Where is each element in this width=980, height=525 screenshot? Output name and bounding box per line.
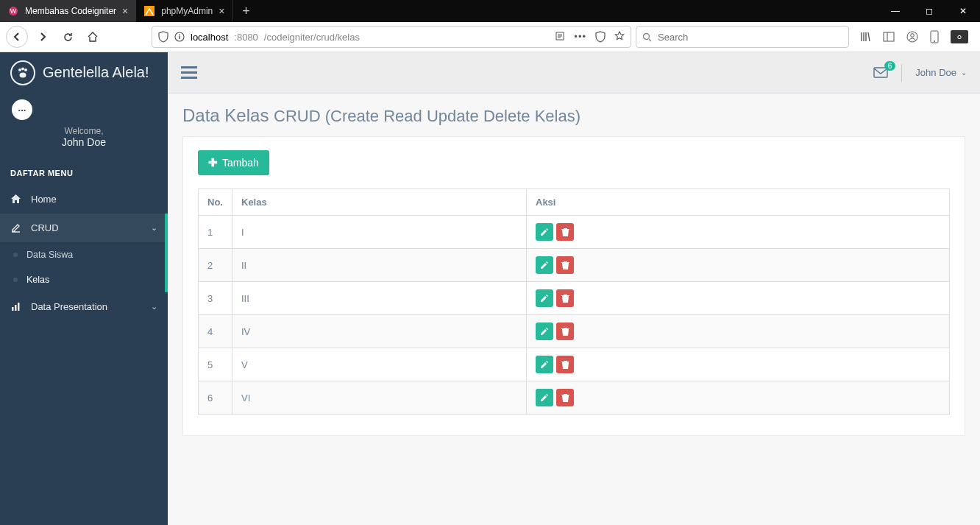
svg-rect-5 xyxy=(179,36,180,39)
pencil-icon xyxy=(540,360,549,369)
library-icon[interactable] xyxy=(859,31,871,43)
browser-tab-0[interactable]: W Membahas Codeigniter × xyxy=(0,0,136,22)
account-icon[interactable] xyxy=(906,31,918,43)
svg-line-11 xyxy=(649,39,651,41)
sidebar-item-home[interactable]: Home xyxy=(0,185,168,214)
dots-icon[interactable]: ••• xyxy=(574,31,586,43)
address-bar[interactable]: localhost:8080/codeigniter/crud/kelas ••… xyxy=(152,26,631,48)
sidebar-subitem-kelas[interactable]: Kelas xyxy=(0,267,168,292)
search-box[interactable] xyxy=(636,26,849,48)
edit-button[interactable] xyxy=(536,389,553,406)
maximize-button[interactable]: ◻ xyxy=(912,0,946,22)
shield-icon[interactable] xyxy=(158,31,168,43)
favicon-icon xyxy=(143,5,155,17)
topbar: 6 John Doe ⌄ xyxy=(168,52,980,94)
window-controls: — ◻ ✕ xyxy=(878,0,980,22)
search-icon xyxy=(642,32,652,42)
svg-point-20 xyxy=(18,68,21,71)
mail-badge: 6 xyxy=(884,61,896,71)
edit-icon xyxy=(10,222,22,233)
close-icon[interactable]: × xyxy=(219,5,224,17)
hamburger-icon[interactable] xyxy=(181,66,197,80)
svg-text:W: W xyxy=(10,7,17,15)
mobile-icon[interactable] xyxy=(930,30,939,43)
pencil-icon xyxy=(540,261,549,269)
svg-point-10 xyxy=(644,33,650,39)
chevron-down-icon: ⌄ xyxy=(151,302,157,311)
reload-button[interactable] xyxy=(57,27,78,47)
close-window-button[interactable]: ✕ xyxy=(946,0,980,22)
main-content: 6 John Doe ⌄ Data Kelas CRUD (Create Rea… xyxy=(168,52,980,525)
protection-icon[interactable] xyxy=(595,31,606,43)
sidebar-item-data-presentation[interactable]: Data Presentation ⌄ xyxy=(0,292,168,321)
tab-title: Membahas Codeigniter xyxy=(25,6,116,16)
delete-button[interactable] xyxy=(556,289,574,307)
browser-tabstrip: W Membahas Codeigniter × phpMyAdmin × + … xyxy=(0,0,980,22)
svg-rect-27 xyxy=(181,66,197,68)
svg-point-21 xyxy=(21,67,24,70)
delete-button[interactable] xyxy=(556,256,574,274)
reader-icon[interactable] xyxy=(555,31,565,43)
cell-no: 1 xyxy=(199,216,232,249)
cell-kelas: I xyxy=(232,216,527,249)
sidebar-item-label: CRUD xyxy=(31,222,59,233)
edit-button[interactable] xyxy=(536,289,553,307)
mail-button[interactable]: 6 xyxy=(873,67,888,78)
delete-button[interactable] xyxy=(556,323,574,340)
svg-rect-26 xyxy=(18,303,20,311)
sidebar-item-crud[interactable]: CRUD ⌄ xyxy=(0,214,168,242)
sidebar-subitem-data-siswa[interactable]: Data Siswa xyxy=(0,242,168,267)
edit-button[interactable] xyxy=(536,323,553,340)
table-row: 1I xyxy=(199,216,950,249)
cell-no: 6 xyxy=(199,381,232,415)
info-icon[interactable] xyxy=(174,32,185,42)
delete-button[interactable] xyxy=(556,389,574,406)
forward-button[interactable] xyxy=(32,27,53,47)
edit-button[interactable] xyxy=(536,223,553,241)
paw-icon xyxy=(10,60,35,85)
sidebar-item-label: Home xyxy=(31,194,57,205)
svg-point-23 xyxy=(20,72,26,77)
svg-point-15 xyxy=(911,34,915,38)
cell-no: 3 xyxy=(199,282,232,315)
delete-button[interactable] xyxy=(556,356,574,373)
svg-point-22 xyxy=(24,68,27,71)
home-icon xyxy=(10,194,22,205)
table-row: 3III xyxy=(199,282,950,315)
cell-aksi xyxy=(527,282,950,315)
brand[interactable]: Gentelella Alela! xyxy=(0,52,168,94)
browser-tab-1[interactable]: phpMyAdmin × xyxy=(136,0,232,22)
back-button[interactable] xyxy=(6,26,28,48)
cell-aksi xyxy=(527,348,950,381)
svg-rect-18 xyxy=(954,34,965,40)
avatar[interactable]: ··· xyxy=(12,99,32,120)
close-icon[interactable]: × xyxy=(122,5,128,17)
search-input[interactable] xyxy=(658,32,842,43)
user-menu[interactable]: John Doe ⌄ xyxy=(915,67,967,78)
sidebar-item-label: Data Presentation xyxy=(31,301,107,312)
cell-kelas: VI xyxy=(232,381,527,415)
svg-rect-28 xyxy=(181,71,197,74)
add-button[interactable]: ✚ Tambah xyxy=(198,150,269,175)
edit-button[interactable] xyxy=(536,356,553,373)
delete-button[interactable] xyxy=(556,223,574,241)
minimize-button[interactable]: — xyxy=(878,0,912,22)
svg-rect-12 xyxy=(884,32,894,41)
edit-button[interactable] xyxy=(536,256,553,274)
screenshot-icon[interactable] xyxy=(951,30,968,43)
trash-icon xyxy=(561,261,569,269)
sidebar-toggle-icon[interactable] xyxy=(883,32,895,42)
user-name: John Doe xyxy=(915,67,956,78)
table-row: 5V xyxy=(199,348,950,381)
bookmark-icon[interactable] xyxy=(614,31,625,43)
favicon-icon: W xyxy=(7,5,19,17)
chevron-down-icon: ⌄ xyxy=(961,68,967,77)
home-button[interactable] xyxy=(82,27,103,47)
new-tab-button[interactable]: + xyxy=(232,0,259,22)
brand-text: Gentelella Alela! xyxy=(43,64,149,81)
cell-no: 2 xyxy=(199,249,232,282)
page-title: Data Kelas CRUD (Create Read Update Dele… xyxy=(182,105,965,126)
svg-point-4 xyxy=(179,35,180,36)
url-host: localhost xyxy=(191,32,228,43)
kelas-table: No. Kelas Aksi 1I2II3III4IV5V6VI xyxy=(198,188,950,415)
